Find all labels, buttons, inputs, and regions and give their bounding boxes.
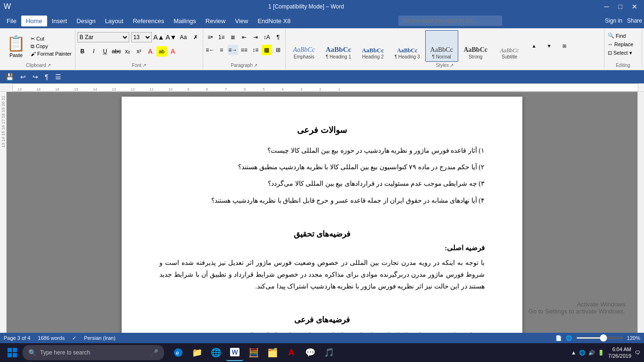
menu-insert[interactable]: Insert (47, 16, 72, 26)
menu-file[interactable]: File (2, 16, 21, 26)
doc-main-hypothesis: فرضیه اصلی: (159, 244, 485, 252)
sort-button[interactable]: ↕A (262, 32, 272, 42)
taskbar-app-files[interactable]: 🗂️ (264, 344, 281, 361)
find-button[interactable]: 🔍 Find (606, 32, 627, 39)
vertical-scrollbar[interactable] (637, 92, 644, 333)
taskbar-app-edge[interactable]: e (170, 344, 187, 361)
change-case-button[interactable]: Aa (178, 32, 189, 42)
format-painter-button[interactable]: 🖌 Format Painter (29, 50, 73, 57)
taskbar-search-bar[interactable]: 🔍 Type here to search 🎤 (23, 345, 164, 360)
redo-qa-button[interactable]: ↪ (31, 72, 40, 82)
underline-button[interactable]: U (100, 46, 110, 57)
taskbar-right: ▲ 🌐 🔊 🔋 6:04 AM 7/26/2019 🗨 (571, 346, 640, 360)
taskbar-app-acrobat[interactable]: A (283, 344, 300, 361)
styles-scroll-down[interactable]: ▼ (542, 30, 556, 62)
taskbar-app-calculator[interactable]: 🧮 (245, 344, 262, 361)
paste-icon: 📋 (7, 34, 25, 52)
document-area[interactable]: سوالات فرعی ۱) آثار قاعده فورس ماژور و ن… (7, 92, 637, 333)
tray-network-icon[interactable]: 🌐 (579, 350, 586, 356)
taskbar-app-file-explorer[interactable]: 📁 (189, 344, 206, 361)
select-button[interactable]: ⊡ Select ▾ (606, 49, 634, 57)
font-name-select[interactable]: B Zar (77, 32, 129, 42)
increase-indent-button[interactable]: ⇥ (250, 32, 261, 42)
nav-button[interactable]: ☰ (53, 72, 63, 82)
taskbar-app-whatsapp[interactable]: 💬 (302, 344, 319, 361)
superscript-button[interactable]: x² (134, 46, 144, 57)
align-center-button[interactable]: ≡ (216, 45, 227, 55)
style-emphasis[interactable]: AaBbCc Emphasis (288, 30, 321, 62)
show-hide-button[interactable]: ¶ (273, 32, 283, 42)
increase-font-button[interactable]: A▲ (154, 32, 164, 42)
word-count: 1686 words (38, 335, 65, 341)
styles-dialog-launcher[interactable]: ↗ (450, 63, 454, 68)
notification-button[interactable]: 🗨 (635, 350, 640, 355)
tray-up-arrow[interactable]: ▲ (571, 350, 576, 355)
align-left-button[interactable]: ≡← (205, 45, 215, 55)
italic-button[interactable]: I (89, 46, 99, 57)
start-button[interactable] (4, 344, 21, 361)
style-normal[interactable]: AaBbCc ¶ Normal (425, 30, 458, 62)
style-strong[interactable]: AaBbCc Strong (459, 30, 492, 62)
save-qa-button[interactable]: 💾 (4, 72, 16, 82)
highlight-button[interactable]: ab (157, 46, 167, 57)
maximize-button[interactable]: □ (616, 3, 625, 10)
undo-qa-button[interactable]: ↩ (18, 72, 28, 82)
clear-format-button[interactable]: ✗ (190, 32, 201, 42)
style-heading1[interactable]: AaBbCc ¶ Heading 1 (322, 30, 355, 62)
menu-layout[interactable]: Layout (100, 16, 128, 26)
style-subtitle[interactable]: AaBbCc Subtitle (493, 30, 526, 62)
styles-expand[interactable]: ⊞ (557, 30, 571, 62)
menu-endnote[interactable]: EndNote X8 (253, 16, 295, 26)
multilevel-list-button[interactable]: ≣ (228, 32, 238, 42)
decrease-font-button[interactable]: A▼ (166, 32, 176, 42)
text-color-button[interactable]: A (145, 46, 156, 57)
strikethrough-button[interactable]: abc (111, 46, 122, 57)
shading-button[interactable]: ▩ (262, 45, 272, 55)
view-web-button[interactable]: 🌐 (566, 335, 572, 341)
tray-volume-icon[interactable]: 🔊 (588, 350, 595, 356)
doc-hypothesis-body: با توجه به اینکه در رویه مدرن تجارت بین … (159, 257, 485, 293)
taskbar-app-media[interactable]: 🎵 (321, 344, 338, 361)
subscript-button[interactable]: x₂ (123, 46, 133, 57)
paste-button[interactable]: 📋 Paste (4, 33, 28, 59)
style-heading3[interactable]: AaBbCc ¶ Heading 3 (390, 30, 424, 62)
close-button[interactable]: ✕ (629, 3, 640, 10)
menu-design[interactable]: Design (72, 16, 100, 26)
view-print-button[interactable]: 📄 (555, 335, 562, 341)
decrease-indent-button[interactable]: ⇤ (239, 32, 249, 42)
zoom-slider[interactable] (576, 337, 623, 339)
numbering-button[interactable]: 1≡ (216, 32, 227, 42)
tell-me-input[interactable] (398, 16, 502, 26)
para-dialog-launcher[interactable]: ↗ (254, 63, 257, 68)
minimize-button[interactable]: ─ (602, 3, 612, 10)
styles-scroll-up[interactable]: ▲ (527, 30, 541, 62)
bold-button[interactable]: B (77, 46, 88, 57)
horizontal-ruler: 191816 151413 121110 987 654 321 (0, 83, 644, 92)
line-spacing-button[interactable]: ↕≡ (250, 45, 261, 55)
taskbar-apps: e 📁 🌐 W 🧮 🗂️ A 💬 🎵 (170, 344, 338, 361)
copy-button[interactable]: ⧉ Copy (29, 43, 73, 50)
share-button[interactable]: Share (627, 17, 642, 24)
cut-button[interactable]: ✂ Cut (29, 35, 73, 42)
borders-button[interactable]: ⊞ (273, 45, 283, 55)
font-size-select[interactable]: 13 (131, 32, 152, 42)
menu-home[interactable]: Home (21, 16, 47, 26)
taskbar-app-word[interactable]: W (226, 344, 243, 361)
mic-icon: 🎤 (150, 349, 158, 356)
bullets-button[interactable]: ≡• (205, 32, 215, 42)
menu-references[interactable]: References (128, 16, 169, 26)
dialog-launcher-icon[interactable]: ↗ (47, 63, 51, 68)
menu-view[interactable]: View (230, 16, 253, 26)
time-display[interactable]: 6:04 AM 7/26/2019 (608, 346, 631, 360)
replace-button[interactable]: ↔ Replace (606, 41, 635, 48)
paragraph-mark-button[interactable]: ¶ (43, 72, 50, 82)
taskbar-app-chrome[interactable]: 🌐 (207, 344, 224, 361)
font-color-btn2[interactable]: A (168, 46, 178, 57)
sign-in-link[interactable]: Sign in (605, 17, 622, 24)
justify-button[interactable]: ≡≡ (239, 45, 249, 55)
font-dialog-launcher[interactable]: ↗ (142, 63, 146, 68)
menu-review[interactable]: Review (201, 16, 231, 26)
style-heading2[interactable]: AaBbCc Heading 2 (356, 30, 389, 62)
align-right-button[interactable]: ≡→ (228, 45, 238, 55)
menu-mailings[interactable]: Mailings (169, 16, 201, 26)
